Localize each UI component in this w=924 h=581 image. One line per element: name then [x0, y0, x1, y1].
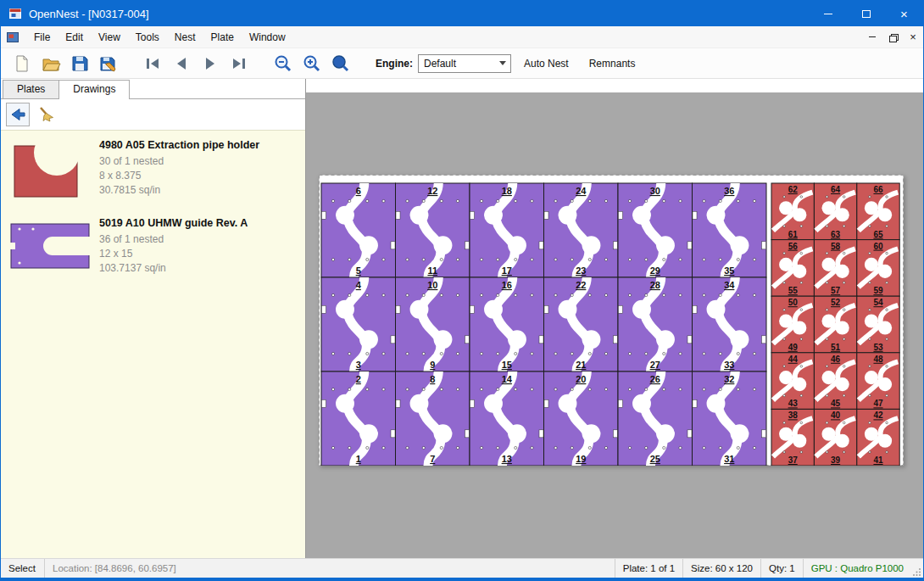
svg-text:42: 42 — [873, 411, 883, 420]
svg-text:53: 53 — [873, 343, 883, 352]
open-button[interactable] — [36, 51, 65, 76]
app-window: OpenNest - [N0317-004] × File Edit View … — [0, 0, 924, 581]
minimize-button[interactable] — [809, 1, 847, 26]
svg-text:43: 43 — [788, 399, 799, 408]
child-restore-button[interactable] — [882, 29, 903, 46]
new-file-icon — [12, 53, 32, 74]
menu-item-file[interactable]: File — [26, 28, 58, 47]
svg-text:29: 29 — [650, 265, 660, 276]
svg-text:18: 18 — [502, 186, 512, 196]
drawing-item-uhmw-guide[interactable]: 5019 A10 UHMW guide Rev. A 36 of 1 neste… — [1, 209, 305, 282]
svg-text:65: 65 — [873, 230, 883, 239]
engine-value: Default — [419, 58, 495, 70]
svg-text:7: 7 — [430, 454, 435, 464]
tab-plates[interactable]: Plates — [3, 80, 59, 98]
drawing-nested-count: 36 of 1 nested — [99, 232, 298, 247]
status-qty: Qty: 1 — [760, 559, 803, 578]
menu-item-edit[interactable]: Edit — [58, 28, 91, 47]
zoom-out-button[interactable] — [269, 51, 298, 76]
resize-grip[interactable] — [911, 559, 923, 578]
drawing-area: 103.7137 sq/in — [99, 261, 298, 276]
svg-text:10: 10 — [427, 280, 437, 290]
save-as-button[interactable] — [94, 51, 123, 76]
nest-plate[interactable]: 6512111817242330293635431091615222128273… — [319, 175, 904, 466]
engine-select[interactable]: Default — [418, 54, 511, 73]
svg-text:56: 56 — [788, 242, 799, 251]
menu-item-tools[interactable]: Tools — [128, 28, 167, 47]
svg-text:25: 25 — [650, 454, 660, 464]
svg-text:54: 54 — [873, 298, 883, 307]
engine-label: Engine: — [376, 58, 413, 70]
svg-text:20: 20 — [576, 374, 586, 384]
svg-text:27: 27 — [650, 360, 660, 370]
remnants-button[interactable]: Remnants — [582, 53, 643, 74]
canvas-background[interactable]: 6512111817242330293635431091615222128273… — [306, 92, 923, 558]
tab-drawings[interactable]: Drawings — [58, 80, 130, 99]
app-icon — [8, 7, 22, 20]
svg-text:31: 31 — [724, 454, 734, 464]
nest-canvas[interactable]: 6512111817242330293635431091615222128273… — [306, 79, 923, 558]
close-button[interactable]: × — [885, 1, 923, 26]
menu-item-nest[interactable]: Nest — [167, 28, 203, 47]
clear-button[interactable] — [35, 103, 58, 126]
zoom-in-icon — [302, 53, 322, 74]
nav-next-button[interactable] — [196, 51, 225, 76]
panel-tab-bar: Plates Drawings — [1, 79, 305, 99]
status-bar: Select Location: [84.8696, 60.6957] Plat… — [1, 558, 923, 578]
save-button[interactable] — [65, 51, 94, 76]
svg-text:3: 3 — [356, 360, 361, 370]
drawing-item-extraction-pipe-holder[interactable]: 4980 A05 Extraction pipe holder 30 of 1 … — [1, 131, 305, 209]
chevron-down-icon[interactable] — [495, 55, 510, 72]
svg-text:45: 45 — [831, 399, 841, 408]
svg-text:23: 23 — [576, 265, 586, 276]
menu-item-window[interactable]: Window — [242, 28, 293, 47]
svg-text:44: 44 — [788, 355, 799, 364]
svg-text:34: 34 — [724, 280, 735, 290]
menu-item-plate[interactable]: Plate — [203, 28, 242, 47]
maximize-button[interactable] — [847, 1, 885, 26]
zoom-fit-button[interactable] — [326, 51, 355, 76]
new-button[interactable] — [8, 51, 36, 76]
child-minimize-button[interactable] — [862, 29, 882, 46]
child-close-button[interactable]: × — [903, 29, 923, 46]
save-as-icon — [98, 53, 119, 74]
svg-text:62: 62 — [788, 185, 799, 194]
auto-nest-button[interactable]: Auto Nest — [516, 53, 576, 74]
svg-text:63: 63 — [831, 230, 841, 239]
arrow-left-icon — [8, 105, 27, 124]
document-window-icon — [6, 31, 19, 44]
svg-text:39: 39 — [831, 455, 841, 465]
send-to-nest-button[interactable] — [6, 103, 30, 126]
status-location: Location: [84.8696, 60.6957] — [45, 559, 184, 578]
svg-text:47: 47 — [873, 399, 883, 408]
svg-text:64: 64 — [831, 185, 841, 194]
first-plate-icon — [142, 53, 163, 74]
svg-text:11: 11 — [427, 265, 437, 276]
nav-last-button[interactable] — [225, 51, 253, 76]
svg-text:17: 17 — [502, 265, 512, 276]
svg-text:9: 9 — [430, 360, 435, 370]
save-icon — [70, 53, 90, 74]
svg-text:2: 2 — [356, 374, 361, 384]
zoom-in-button[interactable] — [298, 51, 326, 76]
drawing-size: 8 x 8.375 — [99, 169, 298, 183]
svg-text:51: 51 — [831, 343, 841, 352]
nav-prev-button[interactable] — [167, 51, 196, 76]
svg-text:26: 26 — [650, 374, 660, 384]
status-plate: Plate: 1 of 1 — [615, 559, 682, 578]
svg-text:21: 21 — [576, 360, 586, 370]
maximize-icon — [862, 10, 871, 18]
status-size: Size: 60 x 120 — [682, 559, 760, 578]
svg-text:48: 48 — [873, 355, 883, 364]
nav-first-button[interactable] — [138, 51, 167, 76]
drawing-nested-count: 30 of 1 nested — [99, 154, 298, 169]
left-panel: Plates Drawings — [1, 79, 306, 558]
svg-text:24: 24 — [576, 186, 587, 196]
svg-text:35: 35 — [724, 265, 734, 276]
menu-item-view[interactable]: View — [91, 28, 128, 47]
svg-text:49: 49 — [788, 343, 799, 352]
zoom-out-icon — [273, 53, 293, 74]
child-close-icon: × — [910, 31, 916, 43]
svg-text:16: 16 — [502, 280, 512, 290]
broom-icon — [37, 105, 56, 124]
